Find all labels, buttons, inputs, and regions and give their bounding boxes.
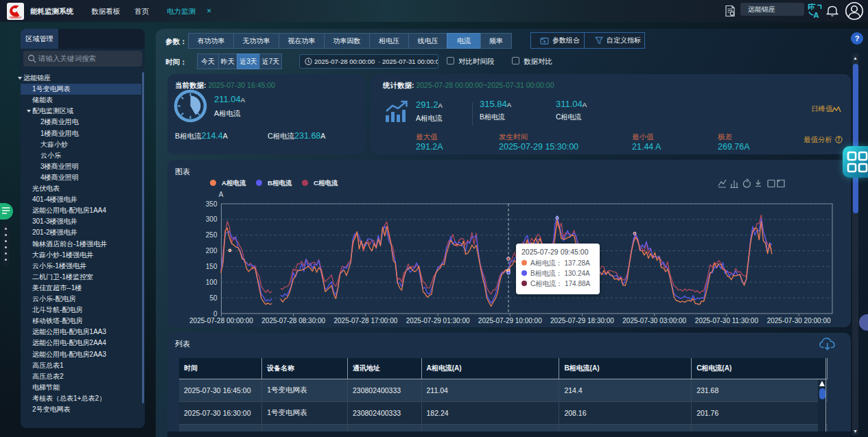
- svg-text:0: 0: [213, 310, 218, 318]
- svg-text:2025-07-28 00:00:00: 2025-07-28 00:00:00: [189, 317, 253, 324]
- svg-text:2025-07-30 20:00:00: 2025-07-30 20:00:00: [767, 317, 831, 324]
- svg-text:YNENERGY: YNENERGY: [10, 16, 23, 19]
- svg-text:2025-07-28 17:00:00: 2025-07-28 17:00:00: [333, 317, 397, 324]
- svg-text:2025-07-28 08:30:00: 2025-07-28 08:30:00: [261, 317, 325, 324]
- svg-text:2025-07-30 11:30:00: 2025-07-30 11:30:00: [695, 317, 759, 324]
- svg-text:2025-07-30 03:00:00: 2025-07-30 03:00:00: [622, 317, 686, 324]
- svg-text:2025-07-29 18:30:00: 2025-07-29 18:30:00: [550, 317, 614, 324]
- svg-text:100: 100: [206, 279, 218, 286]
- svg-text:350: 350: [206, 200, 218, 208]
- svg-text:50: 50: [209, 294, 218, 302]
- svg-text:2025-07-29 10:00:00: 2025-07-29 10:00:00: [478, 317, 542, 324]
- svg-text:A: A: [814, 11, 819, 19]
- svg-text:中: 中: [809, 5, 814, 11]
- svg-text:250: 250: [206, 231, 218, 239]
- svg-text:2025-07-29 01:30:00: 2025-07-29 01:30:00: [406, 317, 470, 324]
- svg-text:300: 300: [206, 215, 218, 223]
- svg-text:200: 200: [206, 247, 218, 255]
- svg-text:150: 150: [206, 263, 218, 270]
- svg-text:A: A: [219, 191, 224, 198]
